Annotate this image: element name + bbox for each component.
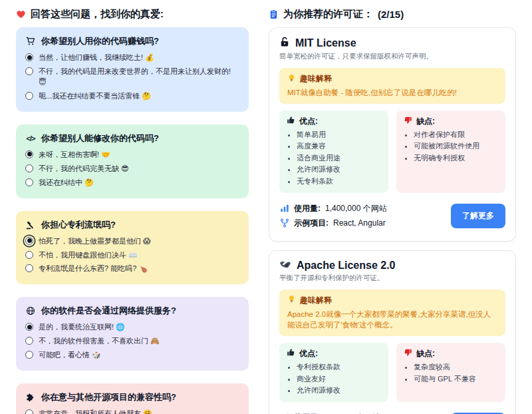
license-footer: 使用量:1,400,000 个网站示例项目:React, Angular了解更多 — [279, 200, 505, 232]
recommendations-panel: 为你推荐的许可证： (2/15) MIT License简单宽松的许可证，只要求… — [269, 5, 516, 414]
bulb-icon — [287, 74, 296, 85]
radio-option-label: 是的，我要统治互联网! 🌐 — [39, 322, 125, 333]
pros-list-item: 专利授权条款 — [297, 361, 381, 373]
radio-unselected-icon[interactable] — [25, 409, 33, 414]
radio-unselected-icon[interactable] — [25, 92, 33, 100]
question-title-text: 你在意与其他开源项目的兼容性吗? — [41, 391, 176, 403]
license-footer: 使用量:700,000 个网站示例项目:Android, Kubernetes了… — [279, 409, 505, 414]
cons-box: 缺点:对作者保护有限可能被闭源软件使用无明确专利授权 — [396, 110, 505, 193]
pros-title: 优点: — [287, 116, 381, 127]
fun-explanation-title-text: 趣味解释 — [300, 73, 332, 85]
radio-unselected-icon[interactable] — [25, 351, 33, 359]
radio-option-q3-2[interactable]: 不怕，我用键盘跟他们决斗 ⌨️ — [25, 250, 239, 261]
license-card-apache-license-2-0: Apache License 2.0平衡了开源和专利保护的许可证。趣味解释Apa… — [269, 250, 516, 414]
radio-selected-icon[interactable] — [25, 323, 33, 331]
license-description: 简单宽松的许可证，只要求保留版权和许可声明。 — [279, 52, 505, 61]
radio-option-q1-1[interactable]: 当然，让他们赚钱，我继续吃土! 💰 — [25, 53, 239, 63]
thumbsdown-icon — [404, 116, 412, 126]
radio-option-label: 不行，我的代码是用来改变世界的，不是用来让别人发财的! 😇 — [39, 67, 239, 88]
question-card-puzzle: 你在意与其他开源项目的兼容性吗?非常在意，我想和所有人做朋友 🤗不在意，我的项目… — [16, 383, 249, 414]
pros-list-item: 允许闭源修改 — [297, 164, 381, 176]
radio-option-q4-3[interactable]: 可能吧，看心情 🎲 — [25, 350, 239, 361]
radio-unselected-icon[interactable] — [25, 164, 33, 172]
radio-unselected-icon[interactable] — [25, 251, 33, 259]
radio-unselected-icon[interactable] — [25, 337, 33, 345]
radio-selected-icon[interactable] — [25, 53, 33, 61]
license-title: Apache License 2.0 — [279, 260, 505, 272]
heart-icon — [16, 9, 26, 19]
fun-explanation-title-text: 趣味解释 — [300, 295, 332, 306]
questionnaire-title: 回答这些问题，找到你的真爱: — [31, 8, 164, 21]
pros-box: 优点:简单易用高度兼容适合商业用途允许闭源修改无专利条款 — [279, 110, 388, 193]
question-list: 你希望别人用你的代码赚钱吗?当然，让他们赚钱，我继续吃土! 💰不行，我的代码是用… — [16, 27, 249, 414]
thumbsup-icon — [287, 348, 295, 359]
examples-label: 示例项目: — [294, 218, 329, 229]
radio-option-label: 不怕，我用键盘跟他们决斗 ⌨️ — [39, 250, 138, 261]
radio-option-q2-3[interactable]: 我还在纠结中 🤔 — [25, 178, 239, 188]
cart-icon — [25, 37, 36, 46]
pros-title: 优点: — [287, 348, 381, 359]
question-card-gavel: 你担心专利流氓吗?怕死了，我晚上做噩梦都是他们 😱不怕，我用键盘跟他们决斗 ⌨️… — [16, 211, 249, 285]
radio-selected-icon[interactable] — [25, 237, 33, 245]
fork-icon — [279, 218, 289, 228]
cons-title-text: 缺点: — [416, 348, 435, 359]
question-card-code: </>你希望别人能修改你的代码吗?来呀，互相伤害啊! 🤝不行，我的代码完美无缺 … — [16, 124, 249, 198]
question-card-globe: 你的软件是否会通过网络提供服务?是的，我要统治互联网! 🌐不，我的软件很害羞，不… — [16, 297, 249, 371]
fun-explanation-box: 趣味解释MIT就像自助餐 - 随便吃,但别忘了说是在哪儿吃的! — [279, 68, 505, 104]
chart-icon — [279, 204, 289, 213]
pros-title-text: 优点: — [299, 348, 318, 359]
cons-title-text: 缺点: — [416, 116, 435, 127]
question-title: 你希望别人用你的代码赚钱吗? — [25, 35, 239, 47]
license-name: MIT License — [295, 37, 356, 49]
radio-option-label: 我还在纠结中 🤔 — [39, 178, 94, 188]
question-title-text: 你希望别人能修改你的代码吗? — [41, 132, 159, 144]
fun-explanation-text: MIT就像自助餐 - 随便吃,但别忘了说是在哪儿吃的! — [287, 87, 497, 99]
main-layout: 回答这些问题，找到你的真爱: 你希望别人用你的代码赚钱吗?当然，让他们赚钱，我继… — [0, 0, 532, 414]
pros-list-item: 适合商业用途 — [297, 152, 381, 164]
question-title: 你担心专利流氓吗? — [25, 219, 239, 231]
questionnaire-panel: 回答这些问题，找到你的真爱: 你希望别人用你的代码赚钱吗?当然，让他们赚钱，我继… — [16, 5, 249, 414]
radio-unselected-icon[interactable] — [25, 178, 33, 186]
pros-list-item: 高度兼容 — [297, 140, 381, 152]
radio-option-q2-2[interactable]: 不行，我的代码完美无缺 😎 — [25, 164, 239, 174]
radio-option-q2-1[interactable]: 来呀，互相伤害啊! 🤝 — [25, 150, 239, 160]
radio-unselected-icon[interactable] — [25, 264, 33, 272]
radio-option-label: 不行，我的代码完美无缺 😎 — [39, 164, 129, 174]
question-card-cart: 你希望别人用你的代码赚钱吗?当然，让他们赚钱，我继续吃土! 💰不行，我的代码是用… — [16, 27, 249, 112]
question-title-text: 你希望别人用你的代码赚钱吗? — [41, 35, 159, 47]
pros-list: 简单易用高度兼容适合商业用途允许闭源修改无专利条款 — [287, 129, 381, 188]
radio-unselected-icon[interactable] — [25, 67, 33, 75]
cons-list: 复杂度较高可能与 GPL 不兼容 — [404, 361, 498, 385]
radio-option-q3-1[interactable]: 怕死了，我晚上做噩梦都是他们 😱 — [25, 236, 239, 247]
radio-option-q5-1[interactable]: 非常在意，我想和所有人做朋友 🤗 — [25, 409, 239, 414]
radio-option-q1-3[interactable]: 呃...我还在纠结要不要当活雷锋 🤔 — [25, 91, 239, 102]
license-card-mit-license: MIT License简单宽松的许可证，只要求保留版权和许可声明。趣味解释MIT… — [269, 27, 516, 242]
pros-list-item: 允许闭源修改 — [297, 385, 381, 397]
cons-list-item: 对作者保护有限 — [414, 129, 498, 141]
radio-option-q1-2[interactable]: 不行，我的代码是用来改变世界的，不是用来让别人发财的! 😇 — [25, 67, 239, 88]
question-title: </>你希望别人能修改你的代码吗? — [25, 132, 239, 144]
cons-list-item: 可能与 GPL 不兼容 — [414, 373, 498, 385]
radio-selected-icon[interactable] — [25, 150, 33, 158]
radio-option-label: 专利流氓是什么东西? 能吃吗? 🍗 — [39, 264, 148, 274]
usage-label: 使用量: — [294, 203, 321, 214]
globe-icon — [25, 306, 36, 315]
gavel-icon — [25, 220, 36, 230]
clipboard-icon — [269, 9, 279, 19]
code-icon: </> — [25, 134, 36, 142]
questionnaire-header: 回答这些问题，找到你的真爱: — [16, 5, 249, 27]
thumbsup-icon — [287, 116, 295, 126]
fun-explanation-text: Apache 2.0就像一个大家都带菜的聚餐,大家分享菜谱,但没人能说自己发明了… — [287, 309, 497, 331]
learn-more-button[interactable]: 了解更多 — [451, 204, 505, 228]
radio-option-q3-3[interactable]: 专利流氓是什么东西? 能吃吗? 🍗 — [25, 264, 239, 274]
radio-option-label: 怕死了，我晚上做噩梦都是他们 😱 — [39, 236, 151, 247]
radio-option-label: 非常在意，我想和所有人做朋友 🤗 — [39, 409, 152, 414]
unlock-icon — [279, 37, 290, 50]
cons-list: 对作者保护有限可能被闭源软件使用无明确专利授权 — [404, 129, 498, 164]
radio-option-q4-2[interactable]: 不，我的软件很害羞，不喜欢出门 🙈 — [25, 336, 239, 347]
recommendations-header: 为你推荐的许可证： (2/15) — [269, 5, 516, 27]
pros-list: 专利授权条款商业友好允许闭源修改 — [287, 361, 381, 397]
radio-option-q4-1[interactable]: 是的，我要统治互联网! 🌐 — [25, 322, 239, 333]
radio-option-label: 来呀，互相伤害啊! 🤝 — [39, 150, 110, 160]
pros-box: 优点:专利授权条款商业友好允许闭源修改 — [279, 343, 388, 402]
